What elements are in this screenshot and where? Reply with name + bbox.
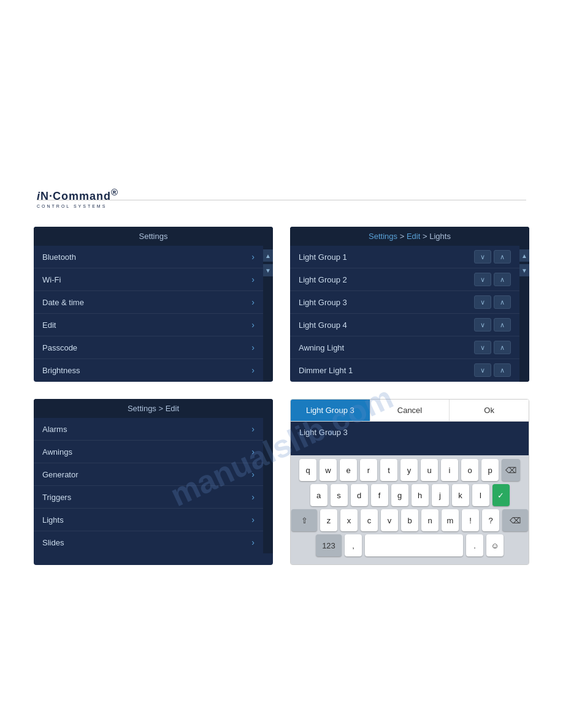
key-k[interactable]: k (452, 484, 469, 506)
keyboard: q w e r t y u i o p ⌫ a s d f g h j (291, 455, 529, 564)
up-button[interactable]: ∧ (494, 273, 511, 286)
key-f[interactable]: f (371, 484, 388, 506)
ok-button[interactable]: Ok (450, 400, 529, 421)
key-i[interactable]: i (441, 459, 458, 481)
list-item[interactable]: Bluetooth › (34, 246, 263, 268)
scroll-up-button[interactable]: ▲ (263, 249, 273, 262)
list-item[interactable]: Triggers › (34, 486, 263, 509)
key-backspace[interactable]: ⌫ (502, 509, 528, 531)
cancel-button[interactable]: Cancel (370, 400, 450, 421)
list-item[interactable]: Lights › (34, 509, 263, 531)
light-group-item: Awning Light ∨ ∧ (290, 336, 519, 359)
key-e[interactable]: e (340, 459, 357, 481)
logo-sub: CONTROL SYSTEMS (37, 204, 118, 208)
down-button[interactable]: ∨ (474, 341, 491, 354)
chevron-right-icon: › (251, 515, 255, 525)
settings-scrollbar: ▲ ▼ (263, 246, 273, 381)
key-r[interactable]: r (360, 459, 377, 481)
key-123[interactable]: 123 (316, 534, 342, 556)
down-button[interactable]: ∨ (474, 273, 491, 286)
down-button[interactable]: ∨ (474, 318, 491, 332)
scroll-up-button[interactable]: ▲ (519, 249, 529, 262)
light-group-item: Light Group 1 ∨ ∧ (290, 246, 519, 268)
chevron-right-icon: › (251, 320, 255, 330)
key-a[interactable]: a (310, 484, 327, 506)
edit-scrollbar (263, 418, 273, 553)
ctrl-buttons: ∨ ∧ (474, 318, 511, 332)
chevron-right-icon: › (251, 252, 255, 262)
list-item[interactable]: Slides › (34, 531, 263, 553)
panels-container: Settings Bluetooth › Wi-Fi › Date & time… (34, 227, 529, 565)
list-item[interactable]: Edit › (34, 314, 263, 336)
list-item[interactable]: Passcode › (34, 336, 263, 359)
up-button[interactable]: ∧ (494, 341, 511, 354)
key-period[interactable]: . (466, 534, 483, 556)
key-g[interactable]: g (391, 484, 408, 506)
settings-list: Bluetooth › Wi-Fi › Date & time › Edit ›… (34, 246, 263, 381)
chevron-right-icon: › (251, 469, 255, 479)
dialog-header: Light Group 3 Cancel Ok (291, 400, 529, 422)
settings-title: Settings (139, 232, 168, 241)
key-emoji[interactable]: ☺ (486, 534, 504, 556)
list-item[interactable]: Date & time › (34, 291, 263, 314)
logo-divider (37, 200, 526, 200)
ctrl-buttons: ∨ ∧ (474, 273, 511, 286)
list-item[interactable]: Awnings › (34, 441, 263, 463)
key-u[interactable]: u (421, 459, 438, 481)
key-c[interactable]: c (361, 509, 378, 531)
logo-registered: ® (111, 187, 118, 197)
up-button[interactable]: ∧ (494, 318, 511, 332)
settings-panel-body: Bluetooth › Wi-Fi › Date & time › Edit ›… (34, 246, 273, 381)
key-b[interactable]: b (401, 509, 418, 531)
key-h[interactable]: h (412, 484, 429, 506)
key-space[interactable] (365, 534, 463, 556)
key-s[interactable]: s (331, 484, 348, 506)
key-p[interactable]: p (481, 459, 499, 481)
dialog-tab-name[interactable]: Light Group 3 (291, 400, 370, 421)
chevron-right-icon: › (251, 365, 255, 375)
down-button[interactable]: ∨ (474, 363, 491, 377)
text-input-area[interactable]: Light Group 3 (291, 422, 529, 455)
list-item[interactable]: Wi-Fi › (34, 268, 263, 291)
key-o[interactable]: o (461, 459, 478, 481)
key-exclaim[interactable]: ! (462, 509, 479, 531)
lights-panel-body: Light Group 1 ∨ ∧ Light Group 2 ∨ ∧ Ligh… (290, 246, 529, 382)
chevron-right-icon: › (251, 297, 255, 307)
key-comma[interactable]: , (345, 534, 362, 556)
breadcrumb-edit[interactable]: Edit (407, 232, 420, 241)
breadcrumb-sep1: > (400, 232, 407, 241)
breadcrumb-settings[interactable]: Settings (369, 232, 397, 241)
key-z[interactable]: z (320, 509, 337, 531)
key-q[interactable]: q (299, 459, 316, 481)
down-button[interactable]: ∨ (474, 295, 491, 309)
up-button[interactable]: ∧ (494, 363, 511, 377)
key-question[interactable]: ? (482, 509, 499, 531)
key-d[interactable]: d (351, 484, 368, 506)
key-j[interactable]: j (432, 484, 449, 506)
key-n[interactable]: n (421, 509, 439, 531)
chevron-right-icon: › (251, 275, 255, 284)
key-m[interactable]: m (442, 509, 459, 531)
key-x[interactable]: x (340, 509, 358, 531)
scroll-down-button[interactable]: ▼ (263, 264, 273, 276)
keyboard-row-1: q w e r t y u i o p ⌫ (293, 459, 526, 481)
down-button[interactable]: ∨ (474, 250, 491, 264)
key-w[interactable]: w (320, 459, 337, 481)
lights-panel: Settings > Edit > Lights Light Group 1 ∨… (290, 227, 529, 382)
list-item[interactable]: Generator › (34, 463, 263, 486)
key-delete[interactable]: ⌫ (502, 459, 520, 481)
list-item[interactable]: Brightness › (34, 359, 263, 381)
key-t[interactable]: t (380, 459, 397, 481)
up-button[interactable]: ∧ (494, 250, 511, 264)
key-v[interactable]: v (381, 509, 398, 531)
key-return[interactable]: ✓ (492, 484, 510, 506)
key-l[interactable]: l (472, 484, 489, 506)
scroll-down-button[interactable]: ▼ (519, 264, 529, 276)
up-button[interactable]: ∧ (494, 295, 511, 309)
key-shift[interactable]: ⇧ (291, 509, 317, 531)
chevron-right-icon: › (251, 424, 255, 434)
list-item[interactable]: Alarms › (34, 418, 263, 441)
key-y[interactable]: y (400, 459, 418, 481)
light-group-item: Light Group 3 ∨ ∧ (290, 291, 519, 314)
edit-list: Alarms › Awnings › Generator › Triggers … (34, 418, 263, 553)
